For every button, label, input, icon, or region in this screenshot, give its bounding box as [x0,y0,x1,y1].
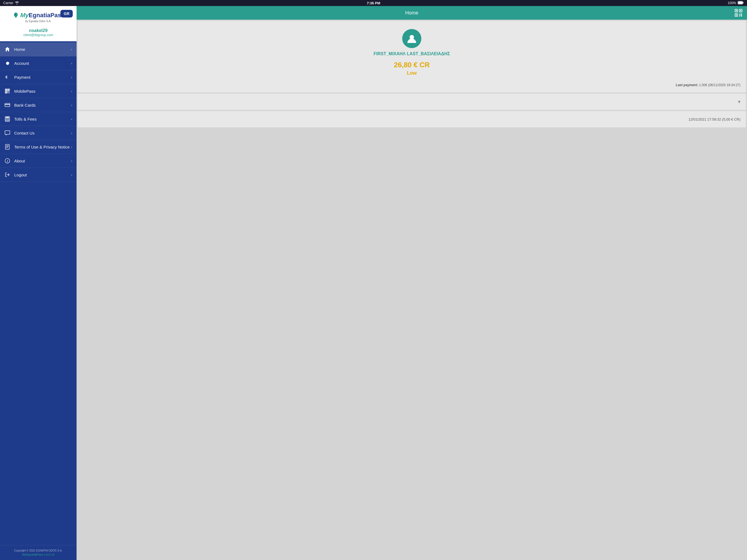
chevron-icon-payment: › [71,75,72,79]
svg-rect-17 [6,117,9,118]
chevron-icon-terms: › [71,145,72,149]
chevron-icon-logout: › [71,173,72,177]
chevron-icon-home: › [71,47,72,51]
logout-icon [4,172,10,178]
logo-container: MyEgnatiaPass by Egnatia Odos S.A. [12,11,64,23]
user-email: client@ibigroup.com [24,33,53,37]
card-icon [4,102,10,108]
gear-icon [4,60,10,66]
username: nsakel29 [24,28,53,33]
svg-rect-27 [6,147,8,148]
sidebar-header: GR MyEgnatiaPass by Egnatia Odos S.A. [0,6,77,41]
sidebar-label-logout: Logout [14,173,27,177]
sidebar-item-account[interactable]: Account › [0,56,77,70]
svg-rect-18 [6,119,6,120]
chevron-icon-about: › [71,159,72,163]
account-card: FIRST_ΜΙΧΑΗΛ LAST_ΒΑΣΙΛΕΙΑΔΗΣ 26,80 € CR… [78,21,746,93]
sidebar-item-home[interactable]: Home › [0,42,77,56]
last-payment: Last payment: 1.00€ (06/11/2020 18:34:27… [676,83,741,87]
nav-items: Home › Account › € Payment [0,41,77,545]
svg-rect-36 [739,14,741,15]
svg-rect-37 [741,14,742,15]
status-bar-left: Carrier [3,1,19,5]
svg-rect-12 [8,93,8,93]
chevron-icon-account: › [71,61,72,65]
copyright-text: Copyright © 2021 EGNATIA ODOS S.A. [4,549,72,552]
svg-rect-10 [8,91,8,92]
svg-rect-13 [9,93,9,93]
last-payment-value: 1.00€ (06/11/2020 18:34:27) [699,83,741,87]
svg-rect-9 [6,92,7,93]
last-payment-label: Last payment: [676,83,698,87]
logo-subtitle: by Egnatia Odos S.A. [25,20,51,23]
svg-rect-31 [736,10,737,11]
sidebar-label-account: Account [14,61,29,66]
svg-text:€: € [5,75,8,79]
battery-icon [738,1,744,5]
dropdown-arrow-icon: ▾ [738,99,741,105]
sidebar-item-mobilepass[interactable]: MobilePass › [0,84,77,98]
status-bar: Carrier 7:36 PM 100% [0,0,747,6]
sidebar-item-contact[interactable]: Contact Us › [0,126,77,140]
sidebar-item-about[interactable]: i About › [0,154,77,168]
status-bar-time: 7:36 PM [367,1,380,5]
sidebar-label-contact: Contact Us [14,131,34,135]
balance-amount: 26,80 € CR [394,61,430,69]
svg-rect-39 [741,15,742,17]
svg-rect-14 [5,103,10,107]
chevron-icon-contact: › [71,131,72,135]
chevron-icon-mobilepass: › [71,89,72,93]
calculator-icon [4,116,10,122]
top-bar-title: Home [89,10,735,16]
svg-rect-15 [5,104,10,105]
logo-svg: MyEgnatiaPass [12,11,64,19]
wifi-icon [15,1,19,5]
sidebar: GR MyEgnatiaPass by Egnatia Odos S.A. [0,6,77,560]
sidebar-label-mobilepass: MobilePass [14,89,35,94]
svg-rect-23 [8,120,9,121]
svg-rect-38 [739,15,741,17]
svg-rect-21 [6,120,6,121]
svg-rect-26 [6,147,9,147]
sidebar-item-tolls[interactable]: Tolls & Fees › [0,112,77,126]
sidebar-item-logout[interactable]: Logout › [0,168,77,182]
sidebar-item-terms[interactable]: Terms of Use & Privacy Notice › [0,140,77,154]
home-icon [4,46,10,52]
svg-rect-11 [9,91,9,92]
logo-title: MyEgnatiaPass [20,12,64,18]
transaction-card: 12/01/2021 17:58:32 (5,00 € CR) [78,111,746,127]
svg-rect-20 [8,119,9,120]
sidebar-item-bankcards[interactable]: Bank Cards › [0,98,77,112]
qr-button[interactable] [735,9,743,17]
sidebar-item-payment[interactable]: € Payment › [0,70,77,84]
svg-rect-25 [6,146,9,146]
sidebar-label-home: Home [14,47,25,52]
euro-icon: € [4,74,10,80]
svg-rect-19 [7,119,8,120]
svg-rect-22 [7,120,8,121]
svg-rect-2 [738,1,743,4]
avatar [402,29,421,48]
qr-icon [4,88,10,94]
status-bar-right: 100% [728,1,744,5]
sidebar-label-tolls: Tolls & Fees [14,117,36,121]
transaction-text: 12/01/2021 17:58:32 (5,00 € CR) [689,117,741,121]
svg-rect-5 [6,90,7,91]
chat-icon [4,130,10,136]
svg-rect-1 [743,2,744,3]
lang-button[interactable]: GR [60,10,73,18]
content-area: FIRST_ΜΙΧΑΗΛ LAST_ΒΑΣΙΛΕΙΑΔΗΣ 26,80 € CR… [77,20,747,560]
app-container: GR MyEgnatiaPass by Egnatia Odos S.A. [0,6,747,560]
sidebar-label-about: About [14,159,25,163]
chevron-icon-bankcards: › [71,103,72,107]
sidebar-label-bankcards: Bank Cards [14,103,35,107]
svg-rect-35 [736,15,737,16]
sidebar-label-terms: Terms of Use & Privacy Notice [14,145,70,149]
user-info: nsakel29 client@ibigroup.com [24,28,53,37]
top-bar: Home [77,6,747,20]
info-card[interactable]: ▾ [78,94,746,110]
carrier-text: Carrier [3,1,14,5]
battery-text: 100% [728,1,736,5]
main-content: Home [77,6,747,560]
svg-text:i: i [7,159,8,163]
